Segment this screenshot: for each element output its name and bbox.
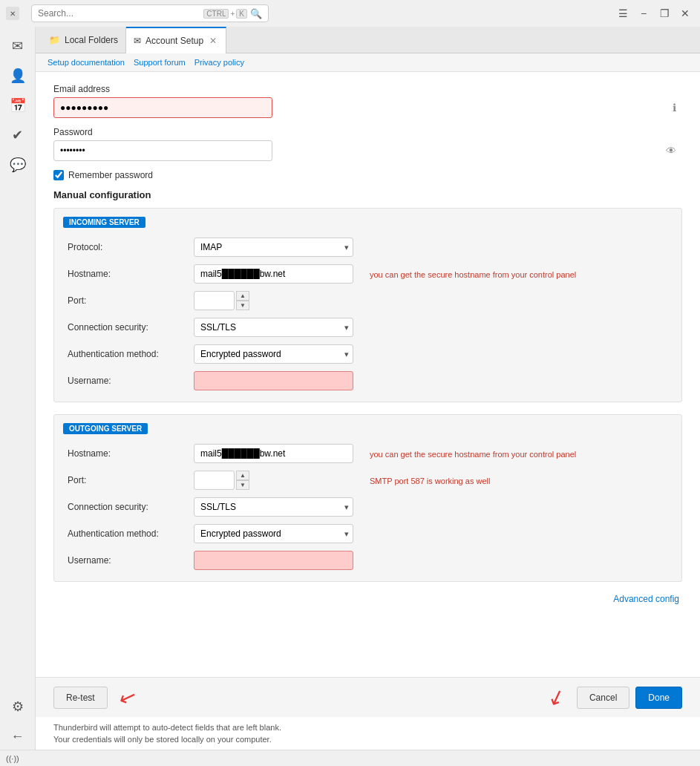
tab-label: Local Folders <box>65 35 118 45</box>
sidebar-item-settings[interactable]: ⚙ <box>4 693 31 720</box>
chat-icon: 💬 <box>10 157 26 173</box>
setup-doc-link[interactable]: Setup documentation <box>48 58 125 67</box>
protocol-select-wrapper: IMAP POP3 <box>194 238 353 257</box>
password-input[interactable] <box>53 140 272 161</box>
outgoing-connection-wrapper: SSL/TLS STARTTLS None <box>194 497 353 517</box>
status-icon: ((·)) <box>6 754 19 763</box>
main-panel: Setup documentation Support forum Privac… <box>36 53 700 750</box>
tab-bar: 📁 Local Folders ✉ Account Setup ✕ <box>36 27 700 53</box>
sidebar-item-tasks[interactable]: ✔ <box>4 122 31 148</box>
incoming-hostname-label: Hostname: <box>63 261 189 287</box>
support-forum-link[interactable]: Support forum <box>134 58 186 67</box>
outgoing-port-label: Port: <box>63 467 189 494</box>
password-label: Password <box>53 127 682 137</box>
incoming-connection-select[interactable]: SSL/TLS STARTTLS None <box>194 318 353 337</box>
tab-account-setup[interactable]: ✉ Account Setup ✕ <box>126 27 226 53</box>
ctrl-kbd: CTRL <box>203 9 229 19</box>
sidebar-item-contacts[interactable]: 👤 <box>4 62 31 89</box>
remember-checkbox[interactable] <box>53 170 64 180</box>
outgoing-auth-label: Authentication method: <box>63 520 189 547</box>
info-icon[interactable]: ℹ <box>673 102 676 114</box>
privacy-policy-link[interactable]: Privacy policy <box>194 58 244 67</box>
outgoing-username-cell <box>189 547 358 574</box>
eye-icon[interactable]: 👁 <box>666 145 676 157</box>
footer-note-2: Your credentials will only be stored loc… <box>53 735 682 744</box>
incoming-auth-row: Authentication method: Encrypted passwor… <box>63 341 673 367</box>
sidebar-item-back[interactable]: ← <box>4 723 31 750</box>
search-shortcut: CTRL + K <box>203 9 247 19</box>
incoming-port-up[interactable]: ▲ <box>236 291 249 301</box>
tab-close-button[interactable]: ✕ <box>208 34 218 48</box>
maximize-button[interactable]: ❐ <box>655 4 673 22</box>
outgoing-port-cell: 465 ▲ ▼ <box>189 467 358 494</box>
outgoing-username-label: Username: <box>63 547 189 574</box>
status-bar: ((·)) <box>0 750 700 766</box>
outgoing-port-input[interactable]: 465 <box>194 471 235 490</box>
sidebar: ✉ 👤 📅 ✔ 💬 ⚙ ← <box>0 27 36 750</box>
advanced-config-link[interactable]: Advanced config <box>53 594 679 604</box>
outgoing-port-spinners: ▲ ▼ <box>236 471 249 490</box>
password-input-wrapper: 👁 <box>53 140 682 161</box>
incoming-auth-select[interactable]: Encrypted password Normal password OAuth… <box>194 344 353 364</box>
hamburger-button[interactable]: ☰ <box>614 4 632 22</box>
done-button[interactable]: Done <box>635 687 682 709</box>
plus-sign: + <box>230 10 235 18</box>
outgoing-port-row: Port: 465 ▲ ▼ SMTP port 58 <box>63 467 673 494</box>
outgoing-auth-select[interactable]: Encrypted password Normal password OAuth… <box>194 524 353 543</box>
window-controls: ☰ − ❐ ✕ <box>614 4 694 22</box>
incoming-port-row: Port: 993 ▲ ▼ <box>63 287 673 314</box>
protocol-select[interactable]: IMAP POP3 <box>194 238 353 257</box>
top-links: Setup documentation Support forum Privac… <box>36 53 700 72</box>
tab-account-label: Account Setup <box>145 36 203 46</box>
protocol-label: Protocol: <box>63 234 189 261</box>
incoming-port-input[interactable]: 993 <box>194 291 235 310</box>
back-icon: ← <box>11 729 24 744</box>
sidebar-item-mail[interactable]: ✉ <box>4 33 31 59</box>
outgoing-auth-row: Authentication method: Encrypted passwor… <box>63 520 673 547</box>
content-area: 📁 Local Folders ✉ Account Setup ✕ Setup … <box>36 27 700 750</box>
incoming-port-label: Port: <box>63 287 189 314</box>
incoming-hostname-cell <box>189 261 358 287</box>
incoming-auth-cell: Encrypted password Normal password OAuth… <box>189 341 358 367</box>
outgoing-port-up[interactable]: ▲ <box>236 471 249 480</box>
email-input[interactable] <box>53 97 272 118</box>
minimize-button[interactable]: − <box>635 4 652 22</box>
incoming-username-input[interactable] <box>194 371 353 390</box>
outgoing-connection-row: Connection security: SSL/TLS STARTTLS No… <box>63 494 673 520</box>
incoming-port-wrapper: 993 ▲ ▼ <box>194 291 353 310</box>
incoming-port-down[interactable]: ▼ <box>236 301 249 310</box>
outgoing-username-input[interactable] <box>194 551 353 570</box>
outgoing-hostname-hint: you can get the secure hostname from you… <box>370 450 576 459</box>
search-icon: 🔍 <box>250 8 262 19</box>
incoming-connection-wrapper: SSL/TLS STARTTLS None <box>194 318 353 337</box>
incoming-username-cell <box>189 367 358 394</box>
sidebar-item-calendar[interactable]: 📅 <box>4 92 31 119</box>
email-group: Email address ℹ <box>53 84 682 118</box>
outgoing-connection-select[interactable]: SSL/TLS STARTTLS None <box>194 497 353 517</box>
retest-button[interactable]: Re-test <box>53 687 108 709</box>
form-area: Email address ℹ Password 👁 <box>36 72 700 677</box>
outgoing-auth-wrapper: Encrypted password Normal password OAuth… <box>194 524 353 543</box>
search-input[interactable] <box>38 8 200 19</box>
sidebar-item-chat[interactable]: 💬 <box>4 151 31 178</box>
outgoing-username-row: Username: <box>63 547 673 574</box>
incoming-connection-label: Connection security: <box>63 314 189 341</box>
outgoing-port-down[interactable]: ▼ <box>236 480 249 490</box>
remember-label[interactable]: Remember password <box>68 170 153 180</box>
incoming-hostname-input[interactable] <box>194 264 353 284</box>
outgoing-auth-cell: Encrypted password Normal password OAuth… <box>189 520 358 547</box>
folder-icon: 📁 <box>49 35 60 45</box>
contacts-icon: 👤 <box>10 68 26 84</box>
close-button[interactable]: ✕ <box>676 4 694 22</box>
tab-local-folders[interactable]: 📁 Local Folders <box>42 27 126 53</box>
outgoing-connection-cell: SSL/TLS STARTTLS None <box>189 494 358 520</box>
incoming-auth-wrapper: Encrypted password Normal password OAuth… <box>194 344 353 364</box>
settings-icon: ⚙ <box>12 698 24 715</box>
incoming-hostname-hint: you can get the secure hostname from you… <box>370 270 576 279</box>
outgoing-port-wrapper: 465 ▲ ▼ <box>194 471 353 490</box>
search-bar[interactable]: CTRL + K 🔍 <box>31 4 269 22</box>
outgoing-port-hint: SMTP port 587 is working as well <box>370 477 490 485</box>
outgoing-server-section: OUTGOING SERVER Hostname: you can get th… <box>53 414 682 582</box>
cancel-button[interactable]: Cancel <box>577 687 629 709</box>
outgoing-hostname-input[interactable] <box>194 444 353 463</box>
